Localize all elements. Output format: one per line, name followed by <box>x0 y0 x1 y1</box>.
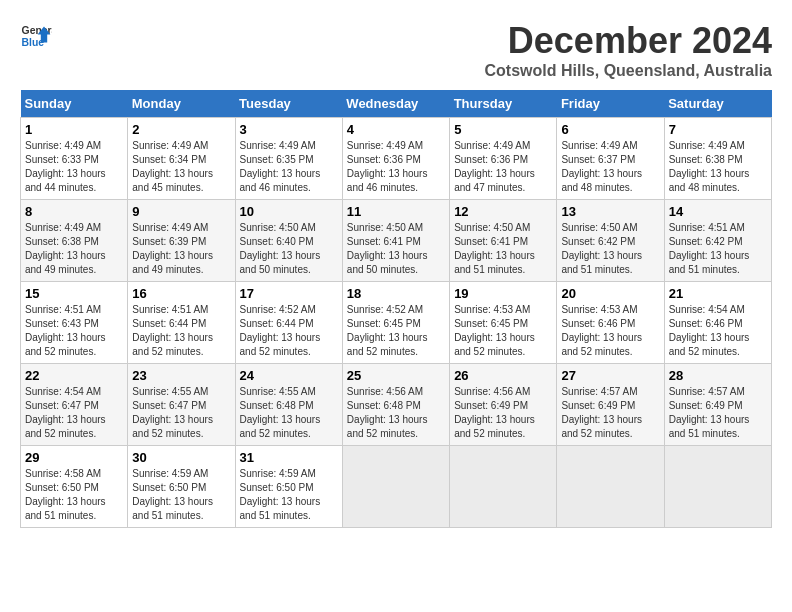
day-number: 2 <box>132 122 230 137</box>
weekday-header-sunday: Sunday <box>21 90 128 118</box>
day-number: 9 <box>132 204 230 219</box>
day-number: 27 <box>561 368 659 383</box>
day-number: 24 <box>240 368 338 383</box>
calendar-body: 1Sunrise: 4:49 AM Sunset: 6:33 PM Daylig… <box>21 118 772 528</box>
day-cell: 25Sunrise: 4:56 AM Sunset: 6:48 PM Dayli… <box>342 364 449 446</box>
day-number: 7 <box>669 122 767 137</box>
location-title: Cotswold Hills, Queensland, Australia <box>485 62 772 80</box>
day-number: 10 <box>240 204 338 219</box>
day-cell: 19Sunrise: 4:53 AM Sunset: 6:45 PM Dayli… <box>450 282 557 364</box>
day-info: Sunrise: 4:51 AM Sunset: 6:43 PM Dayligh… <box>25 303 123 359</box>
day-info: Sunrise: 4:57 AM Sunset: 6:49 PM Dayligh… <box>561 385 659 441</box>
day-info: Sunrise: 4:49 AM Sunset: 6:38 PM Dayligh… <box>25 221 123 277</box>
day-info: Sunrise: 4:54 AM Sunset: 6:47 PM Dayligh… <box>25 385 123 441</box>
weekday-header-monday: Monday <box>128 90 235 118</box>
day-cell: 6Sunrise: 4:49 AM Sunset: 6:37 PM Daylig… <box>557 118 664 200</box>
week-row-2: 8Sunrise: 4:49 AM Sunset: 6:38 PM Daylig… <box>21 200 772 282</box>
day-cell: 7Sunrise: 4:49 AM Sunset: 6:38 PM Daylig… <box>664 118 771 200</box>
day-number: 17 <box>240 286 338 301</box>
day-info: Sunrise: 4:49 AM Sunset: 6:35 PM Dayligh… <box>240 139 338 195</box>
day-number: 13 <box>561 204 659 219</box>
day-info: Sunrise: 4:49 AM Sunset: 6:39 PM Dayligh… <box>132 221 230 277</box>
day-info: Sunrise: 4:52 AM Sunset: 6:45 PM Dayligh… <box>347 303 445 359</box>
day-cell: 18Sunrise: 4:52 AM Sunset: 6:45 PM Dayli… <box>342 282 449 364</box>
calendar-table: SundayMondayTuesdayWednesdayThursdayFrid… <box>20 90 772 528</box>
day-info: Sunrise: 4:51 AM Sunset: 6:42 PM Dayligh… <box>669 221 767 277</box>
day-number: 28 <box>669 368 767 383</box>
day-number: 6 <box>561 122 659 137</box>
day-info: Sunrise: 4:49 AM Sunset: 6:37 PM Dayligh… <box>561 139 659 195</box>
weekday-header-saturday: Saturday <box>664 90 771 118</box>
day-number: 19 <box>454 286 552 301</box>
day-cell: 2Sunrise: 4:49 AM Sunset: 6:34 PM Daylig… <box>128 118 235 200</box>
day-cell: 1Sunrise: 4:49 AM Sunset: 6:33 PM Daylig… <box>21 118 128 200</box>
day-cell: 10Sunrise: 4:50 AM Sunset: 6:40 PM Dayli… <box>235 200 342 282</box>
week-row-1: 1Sunrise: 4:49 AM Sunset: 6:33 PM Daylig… <box>21 118 772 200</box>
day-number: 5 <box>454 122 552 137</box>
day-number: 20 <box>561 286 659 301</box>
day-cell: 12Sunrise: 4:50 AM Sunset: 6:41 PM Dayli… <box>450 200 557 282</box>
day-number: 3 <box>240 122 338 137</box>
day-cell: 23Sunrise: 4:55 AM Sunset: 6:47 PM Dayli… <box>128 364 235 446</box>
day-cell: 29Sunrise: 4:58 AM Sunset: 6:50 PM Dayli… <box>21 446 128 528</box>
day-info: Sunrise: 4:49 AM Sunset: 6:36 PM Dayligh… <box>347 139 445 195</box>
day-number: 8 <box>25 204 123 219</box>
day-info: Sunrise: 4:57 AM Sunset: 6:49 PM Dayligh… <box>669 385 767 441</box>
day-info: Sunrise: 4:59 AM Sunset: 6:50 PM Dayligh… <box>132 467 230 523</box>
weekday-header-friday: Friday <box>557 90 664 118</box>
day-cell: 31Sunrise: 4:59 AM Sunset: 6:50 PM Dayli… <box>235 446 342 528</box>
month-title: December 2024 <box>485 20 772 62</box>
day-cell: 24Sunrise: 4:55 AM Sunset: 6:48 PM Dayli… <box>235 364 342 446</box>
day-cell: 26Sunrise: 4:56 AM Sunset: 6:49 PM Dayli… <box>450 364 557 446</box>
day-info: Sunrise: 4:55 AM Sunset: 6:48 PM Dayligh… <box>240 385 338 441</box>
day-cell: 17Sunrise: 4:52 AM Sunset: 6:44 PM Dayli… <box>235 282 342 364</box>
day-info: Sunrise: 4:50 AM Sunset: 6:42 PM Dayligh… <box>561 221 659 277</box>
day-cell: 11Sunrise: 4:50 AM Sunset: 6:41 PM Dayli… <box>342 200 449 282</box>
day-cell: 28Sunrise: 4:57 AM Sunset: 6:49 PM Dayli… <box>664 364 771 446</box>
day-number: 26 <box>454 368 552 383</box>
day-cell: 27Sunrise: 4:57 AM Sunset: 6:49 PM Dayli… <box>557 364 664 446</box>
day-cell: 5Sunrise: 4:49 AM Sunset: 6:36 PM Daylig… <box>450 118 557 200</box>
weekday-header-thursday: Thursday <box>450 90 557 118</box>
day-info: Sunrise: 4:49 AM Sunset: 6:38 PM Dayligh… <box>669 139 767 195</box>
header: General Blue December 2024 Cotswold Hill… <box>20 20 772 80</box>
day-number: 23 <box>132 368 230 383</box>
day-info: Sunrise: 4:59 AM Sunset: 6:50 PM Dayligh… <box>240 467 338 523</box>
day-cell: 9Sunrise: 4:49 AM Sunset: 6:39 PM Daylig… <box>128 200 235 282</box>
day-number: 4 <box>347 122 445 137</box>
day-cell: 15Sunrise: 4:51 AM Sunset: 6:43 PM Dayli… <box>21 282 128 364</box>
day-cell: 21Sunrise: 4:54 AM Sunset: 6:46 PM Dayli… <box>664 282 771 364</box>
day-number: 18 <box>347 286 445 301</box>
day-info: Sunrise: 4:53 AM Sunset: 6:46 PM Dayligh… <box>561 303 659 359</box>
day-info: Sunrise: 4:51 AM Sunset: 6:44 PM Dayligh… <box>132 303 230 359</box>
day-info: Sunrise: 4:53 AM Sunset: 6:45 PM Dayligh… <box>454 303 552 359</box>
day-info: Sunrise: 4:54 AM Sunset: 6:46 PM Dayligh… <box>669 303 767 359</box>
day-cell <box>664 446 771 528</box>
day-number: 16 <box>132 286 230 301</box>
day-cell <box>342 446 449 528</box>
day-cell: 14Sunrise: 4:51 AM Sunset: 6:42 PM Dayli… <box>664 200 771 282</box>
weekday-header-wednesday: Wednesday <box>342 90 449 118</box>
day-info: Sunrise: 4:49 AM Sunset: 6:33 PM Dayligh… <box>25 139 123 195</box>
day-number: 15 <box>25 286 123 301</box>
day-info: Sunrise: 4:49 AM Sunset: 6:34 PM Dayligh… <box>132 139 230 195</box>
day-info: Sunrise: 4:49 AM Sunset: 6:36 PM Dayligh… <box>454 139 552 195</box>
day-info: Sunrise: 4:55 AM Sunset: 6:47 PM Dayligh… <box>132 385 230 441</box>
day-cell: 22Sunrise: 4:54 AM Sunset: 6:47 PM Dayli… <box>21 364 128 446</box>
day-info: Sunrise: 4:52 AM Sunset: 6:44 PM Dayligh… <box>240 303 338 359</box>
day-info: Sunrise: 4:56 AM Sunset: 6:48 PM Dayligh… <box>347 385 445 441</box>
week-row-5: 29Sunrise: 4:58 AM Sunset: 6:50 PM Dayli… <box>21 446 772 528</box>
day-info: Sunrise: 4:50 AM Sunset: 6:41 PM Dayligh… <box>454 221 552 277</box>
day-cell <box>450 446 557 528</box>
logo-icon: General Blue <box>20 20 52 52</box>
weekday-header-row: SundayMondayTuesdayWednesdayThursdayFrid… <box>21 90 772 118</box>
day-cell: 8Sunrise: 4:49 AM Sunset: 6:38 PM Daylig… <box>21 200 128 282</box>
day-number: 11 <box>347 204 445 219</box>
day-info: Sunrise: 4:58 AM Sunset: 6:50 PM Dayligh… <box>25 467 123 523</box>
day-number: 1 <box>25 122 123 137</box>
day-cell: 13Sunrise: 4:50 AM Sunset: 6:42 PM Dayli… <box>557 200 664 282</box>
day-cell: 3Sunrise: 4:49 AM Sunset: 6:35 PM Daylig… <box>235 118 342 200</box>
day-info: Sunrise: 4:50 AM Sunset: 6:41 PM Dayligh… <box>347 221 445 277</box>
day-number: 12 <box>454 204 552 219</box>
day-number: 25 <box>347 368 445 383</box>
